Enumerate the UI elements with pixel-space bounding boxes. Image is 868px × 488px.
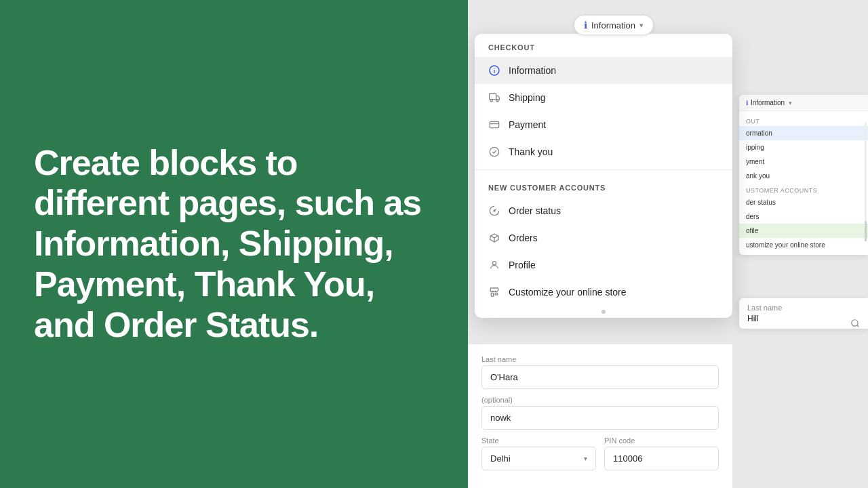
svg-text:i: i (494, 68, 496, 75)
search-icon (850, 319, 860, 328)
optional-value: nowk (490, 413, 511, 423)
state-pin-row: State Delhi ▾ PIN code 110006 (481, 436, 719, 470)
optional-label: (optional) (481, 396, 719, 404)
profile-label: Profile (509, 260, 536, 270)
svg-point-10 (492, 262, 496, 265)
chevron-down-icon: ▾ (639, 21, 644, 30)
truck-icon (488, 92, 500, 104)
orders-label: Orders (509, 232, 538, 243)
state-select[interactable]: Delhi ▾ (481, 447, 596, 470)
form-area-bottom: Last name O'Hara (optional) nowk State D… (468, 344, 732, 488)
state-label: State (481, 436, 596, 445)
box-icon (488, 232, 500, 244)
info-button-label: Information (591, 20, 635, 30)
mini-item-information: ormation (739, 126, 868, 140)
svg-line-14 (857, 325, 859, 327)
pin-label: PIN code (604, 436, 719, 445)
mini-item-thank-you: ank you (739, 169, 868, 183)
storefront-icon (488, 286, 500, 298)
svg-rect-11 (491, 293, 493, 296)
dropdown-item-payment[interactable]: Payment (475, 111, 732, 138)
pin-value: 110006 (613, 453, 642, 464)
mini-checkout-label: OUT (739, 114, 868, 126)
dropdown-item-orders[interactable]: Orders (475, 224, 732, 251)
mini-scrollbar-thumb (865, 221, 867, 241)
mini-accounts-label: USTOMER ACCOUNTS (739, 183, 868, 195)
customize-label: Customize your online store (509, 287, 627, 298)
scroll-dot (601, 310, 606, 314)
order-status-label: Order status (509, 205, 561, 216)
mini-item-orders: ders (739, 209, 868, 224)
scroll-hint (475, 306, 732, 318)
right-panel: ℹ Information ▾ CHECKOUT i Information (468, 0, 868, 488)
information-label: Information (509, 65, 556, 76)
dropdown-item-information[interactable]: i Information (475, 57, 732, 84)
svg-rect-12 (495, 293, 497, 295)
pin-input[interactable]: 110006 (604, 447, 719, 470)
mini-preview-header: ℹ Information ▾ (739, 95, 868, 111)
dropdown-item-profile[interactable]: Profile (475, 251, 732, 279)
mini-item-customize: ustomize your online store (739, 238, 868, 252)
dropdown-menu: CHECKOUT i Information (475, 34, 732, 318)
last-name-field-group: Last name O'Hara (481, 355, 719, 389)
svg-point-7 (490, 147, 498, 156)
mini-preview-panel: ℹ Information ▾ OUT ormation ipping ymen… (739, 95, 868, 255)
dropdown-item-thank-you[interactable]: Thank you (475, 138, 732, 165)
payment-label: Payment (509, 119, 546, 130)
card-icon (488, 119, 500, 131)
mini-item-profile: ofile (739, 224, 868, 238)
svg-rect-2 (490, 94, 496, 100)
mini-scrollbar-track (865, 122, 867, 241)
check-circle-icon (488, 146, 500, 158)
search-icon-area (850, 319, 860, 331)
svg-point-3 (490, 100, 492, 102)
main-heading: Create blocks to different pages, such a… (34, 143, 434, 346)
info-circle-icon: ℹ (584, 20, 587, 30)
pin-field-group: PIN code 110006 (604, 436, 719, 470)
state-chevron-icon: ▾ (584, 455, 587, 462)
state-value: Delhi (490, 453, 511, 464)
info-dropdown-button[interactable]: ℹ Information ▾ (574, 15, 654, 35)
last-name-input[interactable]: O'Hara (481, 365, 719, 389)
person-icon (488, 259, 500, 271)
info-icon: i (488, 64, 500, 77)
optional-field-group: (optional) nowk (481, 396, 719, 430)
last-name-label: Last name (481, 355, 719, 363)
svg-point-13 (852, 320, 858, 326)
dropdown-panel: CHECKOUT i Information (475, 34, 732, 318)
dropdown-item-customize[interactable]: Customize your online store (475, 279, 732, 306)
thank-you-label: Thank you (509, 146, 553, 157)
mini-preview-list: OUT ormation ipping yment ank you USTOME… (739, 111, 868, 255)
mini-last-name-label: Last name (747, 304, 860, 312)
mini-item-shipping: ipping (739, 140, 868, 155)
dropdown-item-shipping[interactable]: Shipping (475, 84, 732, 111)
mini-info-label: Information (751, 99, 785, 106)
mini-item-payment: yment (739, 155, 868, 169)
optional-input[interactable]: nowk (481, 406, 719, 430)
svg-rect-5 (490, 121, 498, 127)
gauge-icon (488, 205, 500, 217)
left-panel: Create blocks to different pages, such a… (0, 0, 468, 488)
last-name-value: O'Hara (490, 372, 518, 382)
divider (475, 169, 732, 170)
svg-point-8 (494, 210, 495, 211)
dropdown-item-order-status[interactable]: Order status (475, 197, 732, 224)
state-field-group: State Delhi ▾ (481, 436, 596, 470)
shipping-label: Shipping (509, 92, 546, 103)
accounts-section-title: NEW CUSTOMER ACCOUNTS (475, 174, 732, 197)
mini-chevron-icon: ▾ (789, 100, 792, 106)
mini-item-order-status: der status (739, 195, 868, 209)
mini-last-name-panel: Last name Hill (739, 298, 868, 329)
mini-last-name-value: Hill (747, 314, 860, 323)
svg-point-4 (496, 100, 498, 102)
mini-info-icon: ℹ (746, 100, 748, 106)
